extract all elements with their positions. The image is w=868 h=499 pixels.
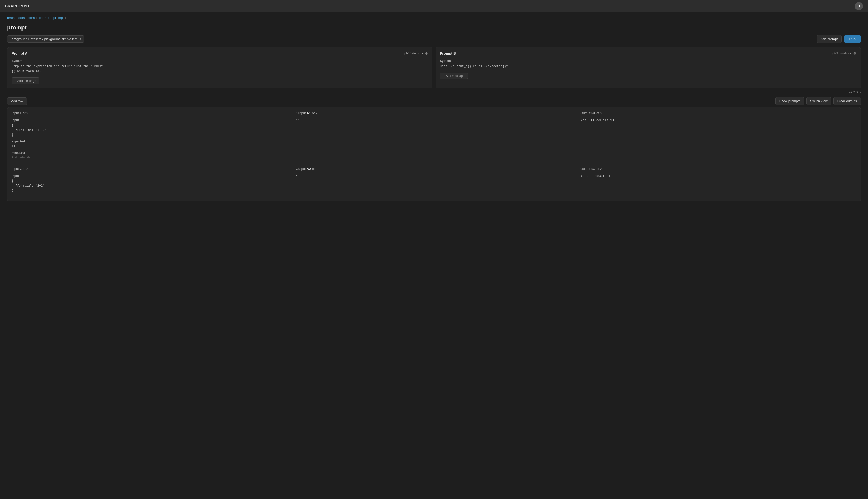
brand-title: BRAINTRUST: [5, 4, 30, 8]
page-title: prompt: [7, 24, 27, 31]
output-a2-label: Output: [296, 167, 306, 171]
prompt-b-header: Prompt B gpt-3.5-turbo ▾ ⚙: [440, 51, 856, 56]
output-b2-label: Output: [580, 167, 590, 171]
input-2-num: 2: [20, 167, 22, 171]
prompt-b-model-label: gpt-3.5-turbo: [831, 52, 848, 55]
input-cell-2: Input 2 of 2 input { "formula": "2+2" }: [7, 163, 292, 202]
output-b1-cell: Output B1 of 2 Yes, 11 equals 11.: [576, 107, 861, 163]
prompt-a-add-message-button[interactable]: + Add message: [12, 77, 39, 84]
output-a2-header: Output A2 of 2: [296, 167, 572, 171]
input-2-label: Input: [12, 167, 19, 171]
prompt-a-model-label: gpt-3.5-turbo: [402, 52, 420, 55]
output-a1-header: Output A1 of 2: [296, 111, 572, 115]
prompt-b-system-label: System: [440, 59, 856, 63]
dataset-chevron-icon: ▾: [80, 37, 81, 41]
output-b2-cell: Output B2 of 2 Yes, 4 equals 4.: [576, 163, 861, 202]
input-1-header: Input 1 of 2: [12, 111, 288, 115]
bottom-toolbar-right: Show prompts Switch view Clear outputs: [775, 97, 861, 105]
prompt-panel-a: Prompt A gpt-3.5-turbo ▾ ⚙ System Comput…: [7, 47, 433, 88]
output-b1-of: of 2: [596, 111, 602, 115]
timing-text: Took 2.00s: [846, 90, 861, 94]
switch-view-button[interactable]: Switch view: [806, 97, 831, 105]
output-b2-label-bold: B2: [591, 167, 595, 171]
show-prompts-button[interactable]: Show prompts: [775, 97, 804, 105]
output-a2-value: 4: [296, 174, 572, 178]
prompt-a-gear-icon[interactable]: ⚙: [425, 51, 428, 56]
add-prompt-button[interactable]: Add prompt: [817, 35, 842, 43]
input-1-input-code: { "formula": "1+10" }: [12, 123, 288, 138]
clear-outputs-button[interactable]: Clear outputs: [833, 97, 861, 105]
output-a2-cell: Output A2 of 2 4: [292, 163, 577, 202]
output-b2-value: Yes, 4 equals 4.: [580, 174, 856, 178]
run-button[interactable]: Run: [844, 35, 861, 43]
output-b1-label-bold: B1: [591, 111, 595, 115]
page-title-row: prompt ⋮: [0, 23, 868, 35]
prompt-b-add-message-button[interactable]: + Add message: [440, 73, 468, 79]
output-b1-label: Output: [580, 111, 590, 115]
output-a1-cell: Output A1 of 2 11: [292, 107, 577, 163]
prompt-a-system-label: System: [12, 59, 428, 63]
breadcrumb-home[interactable]: braintrustdata.com: [7, 16, 35, 20]
bottom-toolbar: Add row Show prompts Switch view Clear o…: [0, 95, 868, 107]
breadcrumb-sep-2: ›: [51, 16, 52, 20]
input-1-add-metadata[interactable]: Add metadata: [12, 156, 288, 159]
input-2-input-label: input: [12, 174, 288, 178]
prompt-a-model-chevron: ▾: [422, 52, 423, 55]
input-1-input-label: input: [12, 118, 288, 122]
prompt-b-title: Prompt B: [440, 51, 456, 56]
prompt-a-model-selector[interactable]: gpt-3.5-turbo ▾ ⚙: [402, 51, 428, 56]
input-2-of: of 2: [23, 167, 28, 171]
output-a1-label-bold: A1: [306, 111, 311, 115]
output-a1-value: 11: [296, 118, 572, 122]
toolbar-right: Add prompt Run: [817, 35, 861, 43]
prompt-b-gear-icon[interactable]: ⚙: [853, 51, 856, 56]
prompt-panel-b: Prompt B gpt-3.5-turbo ▾ ⚙ System Does {…: [435, 47, 861, 88]
dataset-label: Playground Datasets / playground simple …: [11, 37, 77, 41]
prompt-b-system-text[interactable]: Does {{output_a}} equal {{expected}}?: [440, 64, 856, 69]
input-1-expected-value: 11: [12, 144, 288, 149]
input-1-expected-label: expected: [12, 139, 288, 143]
breadcrumb: braintrustdata.com › prompt › prompt ›: [0, 12, 868, 23]
breadcrumb-sep-1: ›: [36, 16, 37, 20]
input-1-label: Input: [12, 111, 19, 115]
kebab-menu-button[interactable]: ⋮: [29, 24, 37, 31]
dataset-selector[interactable]: Playground Datasets / playground simple …: [7, 35, 84, 43]
toolbar-row: Playground Datasets / playground simple …: [0, 35, 868, 47]
prompt-a-title: Prompt A: [12, 51, 27, 56]
breadcrumb-sep-3: ›: [65, 16, 66, 20]
prompt-a-header: Prompt A gpt-3.5-turbo ▾ ⚙: [12, 51, 428, 56]
input-1-num: 1: [20, 111, 22, 115]
input-1-metadata-label: metadata: [12, 151, 288, 155]
prompt-a-system-text[interactable]: Compute the expression and return just t…: [12, 64, 428, 74]
input-2-input-code: { "formula": "2+2" }: [12, 179, 288, 194]
breadcrumb-prompt-1[interactable]: prompt: [39, 16, 49, 20]
output-b1-header: Output B1 of 2: [580, 111, 856, 115]
output-grid-row-1: Input 1 of 2 input { "formula": "1+10" }…: [0, 107, 868, 163]
input-1-of: of 2: [23, 111, 28, 115]
prompt-b-model-chevron: ▾: [850, 52, 852, 55]
output-a2-of: of 2: [312, 167, 318, 171]
output-b2-of: of 2: [596, 167, 602, 171]
breadcrumb-prompt-2[interactable]: prompt: [53, 16, 64, 20]
add-row-button[interactable]: Add row: [7, 97, 27, 105]
output-b2-header: Output B2 of 2: [580, 167, 856, 171]
prompts-row: Prompt A gpt-3.5-turbo ▾ ⚙ System Comput…: [0, 47, 868, 88]
input-2-header: Input 2 of 2: [12, 167, 288, 171]
output-a1-of: of 2: [312, 111, 318, 115]
output-a2-label-bold: A2: [306, 167, 311, 171]
output-grid-row-2: Input 2 of 2 input { "formula": "2+2" } …: [0, 163, 868, 202]
topbar: BRAINTRUST D: [0, 0, 868, 12]
output-a1-label: Output: [296, 111, 306, 115]
prompt-b-model-selector[interactable]: gpt-3.5-turbo ▾ ⚙: [831, 51, 856, 56]
output-b1-value: Yes, 11 equals 11.: [580, 118, 856, 122]
avatar[interactable]: D: [855, 2, 863, 10]
timing-row: Took 2.00s: [0, 88, 868, 95]
input-cell-1: Input 1 of 2 input { "formula": "1+10" }…: [7, 107, 292, 163]
